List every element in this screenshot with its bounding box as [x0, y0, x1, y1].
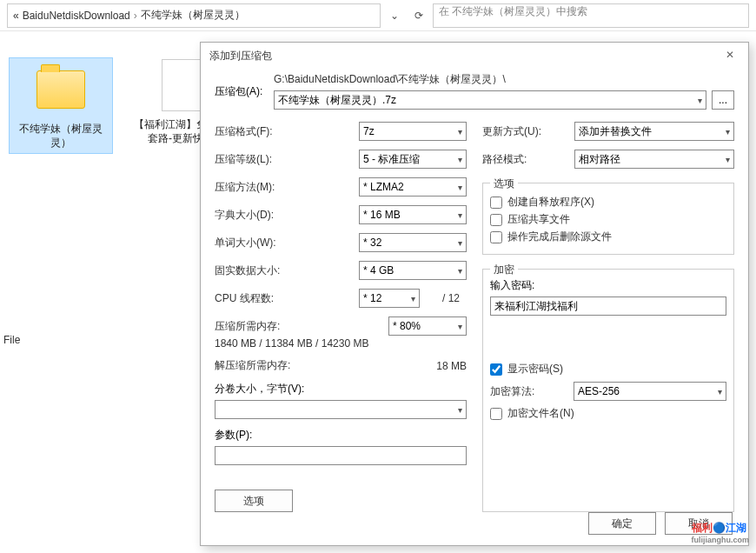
params-label: 参数(P):	[215, 428, 467, 443]
sfx-checkbox[interactable]: 创建自释放程序(X)	[490, 195, 726, 210]
archive-path: G:\BaiduNetdiskDownload\不纯学妹（树屋灵灵）\	[274, 72, 734, 87]
level-select[interactable]: 5 - 标准压缩	[359, 150, 467, 169]
dict-label: 字典大小(D):	[215, 208, 354, 223]
archive-name-select[interactable]: 不纯学妹（树屋灵灵）.7z	[274, 90, 706, 110]
mem-select[interactable]: * 80%	[388, 316, 467, 336]
share-checkbox[interactable]: 压缩共享文件	[490, 212, 726, 227]
bc-prefix: «	[13, 10, 19, 22]
split-label: 分卷大小，字节(V):	[215, 382, 467, 396]
update-label: 更新方式(U):	[482, 124, 569, 139]
word-select[interactable]: * 32	[359, 233, 467, 252]
password-input[interactable]: 来福利江湖找福利	[490, 296, 726, 316]
file-label: 不纯学妹（树屋灵灵）	[13, 123, 109, 150]
decomp-label: 解压缩所需内存:	[215, 358, 409, 373]
encrypt-names-checkbox[interactable]: 加密文件名(N)	[490, 406, 726, 421]
dialog-title: 添加到压缩包	[209, 49, 272, 63]
ok-button[interactable]: 确定	[588, 512, 656, 535]
sidebar-label: File	[0, 330, 23, 350]
folder-icon	[36, 70, 85, 109]
solid-select[interactable]: * 4 GB	[359, 261, 467, 280]
params-input[interactable]	[215, 446, 467, 465]
breadcrumb[interactable]: « BaiduNetdiskDownload › 不纯学妹（树屋灵灵）	[7, 3, 381, 28]
encryption-group-title: 加密	[490, 263, 518, 277]
bc-seg2[interactable]: 不纯学妹（树屋灵灵）	[141, 8, 245, 23]
file-item-folder[interactable]: 不纯学妹（树屋灵灵）	[9, 57, 113, 154]
browse-button[interactable]: ...	[712, 90, 734, 110]
cpu-total: / 12	[425, 292, 460, 304]
level-label: 压缩等级(L):	[215, 152, 354, 167]
text-file-icon	[162, 59, 203, 111]
add-to-archive-dialog: 添加到压缩包 ✕ 压缩包(A): G:\BaiduNetdiskDownload…	[200, 42, 749, 546]
pathmode-select[interactable]: 相对路径	[574, 150, 734, 169]
bc-seg1[interactable]: BaiduNetdiskDownload	[23, 10, 130, 22]
algo-select[interactable]: AES-256	[574, 382, 726, 401]
options-group-title: 选项	[490, 177, 518, 191]
show-password-checkbox[interactable]: 显示密码(S)	[490, 362, 726, 376]
search-input[interactable]: 在 不纯学妹（树屋灵灵）中搜索	[433, 3, 749, 28]
word-label: 单词大小(W):	[215, 236, 354, 250]
delete-after-checkbox[interactable]: 操作完成后删除源文件	[490, 230, 726, 244]
format-select[interactable]: 7z	[359, 122, 467, 141]
method-select[interactable]: * LZMA2	[359, 177, 467, 197]
solid-label: 固实数据大小:	[215, 263, 354, 278]
watermark: 福利🔵江湖 fulijianghu.com	[692, 517, 750, 544]
update-select[interactable]: 添加并替换文件	[574, 122, 734, 141]
options-group: 选项 创建自释放程序(X) 压缩共享文件 操作完成后删除源文件	[482, 183, 734, 255]
mem-detail: 1840 MB / 11384 MB / 14230 MB	[215, 337, 467, 350]
refresh-icon[interactable]: ⟳	[408, 5, 429, 26]
chevron-right-icon: ›	[134, 10, 137, 22]
cpu-select[interactable]: * 12	[359, 289, 420, 308]
split-select[interactable]	[215, 400, 467, 419]
dict-select[interactable]: * 16 MB	[359, 205, 467, 224]
method-label: 压缩方法(M):	[215, 180, 354, 195]
encryption-group: 加密 输入密码: 来福利江湖找福利 显示密码(S) 加密算法:AES-256 加…	[482, 269, 734, 512]
password-label: 输入密码:	[490, 278, 726, 293]
close-icon[interactable]: ✕	[726, 49, 739, 63]
cpu-label: CPU 线程数:	[215, 291, 354, 306]
mem-label: 压缩所需内存:	[215, 319, 383, 334]
decomp-value: 18 MB	[414, 360, 467, 372]
pathmode-label: 路径模式:	[482, 152, 569, 167]
format-label: 压缩格式(F):	[215, 124, 354, 139]
history-dropdown-icon[interactable]: ⌄	[384, 5, 405, 26]
options-button[interactable]: 选项	[215, 490, 293, 512]
algo-label: 加密算法:	[490, 384, 568, 399]
archive-label: 压缩包(A):	[215, 72, 267, 99]
